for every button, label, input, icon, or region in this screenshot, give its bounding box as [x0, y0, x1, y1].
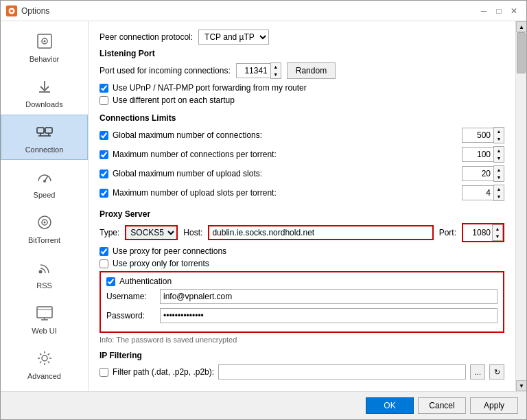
scroll-up-button[interactable]: ▲	[516, 21, 526, 32]
auth-checkbox[interactable]	[106, 277, 115, 286]
limit-checkbox-0[interactable]	[99, 131, 108, 140]
app-icon	[6, 5, 17, 16]
maximize-button[interactable]: □	[492, 4, 506, 18]
proxy-only-label: Use proxy only for torrents	[113, 259, 209, 268]
different-port-checkbox[interactable]	[99, 96, 108, 105]
limit-row-2: Global maximum number of upload slots: ▲…	[99, 165, 504, 182]
limit-input-3[interactable]	[462, 185, 493, 200]
proxy-port-input[interactable]	[463, 226, 492, 239]
upnp-row: Use UPnP / NAT-PMP port forwarding from …	[99, 83, 504, 93]
limit-spinbox-1: ▲ ▼	[462, 146, 504, 163]
scrollbar-thumb[interactable]	[517, 32, 526, 73]
rss-icon	[34, 257, 56, 279]
webui-icon	[34, 302, 56, 324]
proxy-port-spin-up[interactable]: ▲	[493, 225, 502, 233]
limit-spin-0: ▲ ▼	[493, 127, 504, 143]
random-button[interactable]: Random	[287, 62, 336, 79]
svg-rect-18	[37, 307, 52, 318]
limit-spin-up-0[interactable]: ▲	[494, 128, 504, 135]
proxy-port-container: ▲ ▼	[462, 223, 504, 242]
filter-path-row: Filter path (.dat, .p2p, .p2b): … ↻	[99, 364, 504, 380]
footer: OK Cancel Apply	[1, 391, 526, 419]
options-window: Options ─ □ ✕ Behavior Downloads	[0, 0, 527, 420]
use-proxy-row: Use proxy for peer connections	[99, 246, 504, 256]
limit-checkbox-2[interactable]	[99, 170, 108, 178]
ip-filtering-section: IP Filtering Filter path (.dat, .p2p, .p…	[99, 351, 504, 380]
filter-path-checkbox[interactable]	[99, 368, 108, 377]
sidebar-item-webui[interactable]: Web UI	[1, 296, 88, 341]
proxy-host-label: Host:	[183, 228, 202, 237]
ok-button[interactable]: OK	[366, 397, 414, 414]
sidebar-item-rss[interactable]: RSS	[1, 250, 88, 296]
limit-checkbox-1[interactable]	[99, 150, 108, 159]
proxy-server-section: Proxy Server Type: SOCKS5 Host: Port: ▲	[99, 209, 504, 344]
password-input[interactable]	[160, 308, 497, 323]
scroll-down-button[interactable]: ▼	[516, 380, 526, 391]
proxy-port-spin-down[interactable]: ▼	[493, 233, 502, 240]
limit-spin-up-2[interactable]: ▲	[494, 166, 504, 174]
sidebar-item-bittorrent[interactable]: BitTorrent	[1, 205, 88, 250]
port-spin-down[interactable]: ▼	[271, 71, 281, 78]
filter-browse-button[interactable]: …	[470, 364, 485, 380]
username-label: Username:	[106, 292, 154, 301]
auth-box: Authentication Username: Password:	[99, 271, 504, 333]
limit-input-2[interactable]	[462, 166, 493, 181]
sidebar-item-connection[interactable]: Connection	[1, 115, 88, 160]
proxy-type-select[interactable]: SOCKS5	[125, 225, 178, 240]
peer-protocol-row: Peer connection protocol: TCP and µTP	[99, 30, 504, 45]
sidebar-item-downloads[interactable]: Downloads	[1, 69, 88, 115]
upnp-label: Use UPnP / NAT-PMP port forwarding from …	[113, 83, 307, 93]
limit-spinbox-2: ▲ ▼	[462, 165, 504, 182]
limit-label-1: Maximum number of connections per torren…	[113, 150, 458, 159]
peer-protocol-select[interactable]: TCP and µTP	[198, 30, 269, 45]
port-input[interactable]: 11341	[236, 63, 270, 78]
use-proxy-checkbox[interactable]	[99, 247, 108, 256]
minimize-button[interactable]: ─	[477, 4, 491, 18]
sidebar-item-advanced[interactable]: Advanced	[1, 341, 88, 386]
filter-refresh-button[interactable]: ↻	[489, 364, 504, 380]
limit-spin-up-3[interactable]: ▲	[494, 185, 504, 193]
svg-point-17	[38, 270, 42, 274]
behavior-icon	[34, 30, 56, 52]
main-content: Behavior Downloads Connection Speed	[1, 21, 526, 391]
limit-spin-down-1[interactable]: ▼	[494, 154, 504, 162]
auth-label: Authentication	[119, 277, 172, 286]
apply-button[interactable]: Apply	[470, 397, 518, 414]
svg-point-4	[43, 40, 45, 43]
limit-row-0: Global maximum number of connections: ▲ …	[99, 127, 504, 143]
limit-spin-up-1[interactable]: ▲	[494, 147, 504, 154]
sidebar-label-advanced: Advanced	[27, 372, 61, 380]
different-port-label: Use different port on each startup	[113, 95, 235, 105]
username-input[interactable]	[160, 289, 497, 304]
filter-path-input[interactable]	[218, 364, 466, 380]
password-label: Password:	[106, 311, 154, 320]
proxy-config-row: Type: SOCKS5 Host: Port: ▲ ▼	[99, 223, 504, 242]
proxy-only-checkbox[interactable]	[99, 259, 108, 268]
peer-protocol-label: Peer connection protocol:	[99, 32, 193, 42]
sidebar-label-rss: RSS	[36, 281, 52, 290]
listening-port-label: Listening Port	[99, 49, 504, 58]
sidebar-item-speed[interactable]: Speed	[1, 160, 88, 205]
cancel-button[interactable]: Cancel	[418, 397, 466, 414]
svg-point-16	[43, 222, 45, 224]
close-button[interactable]: ✕	[507, 4, 521, 18]
password-info: Info: The password is saved unencrypted	[99, 336, 504, 344]
limit-label-3: Maximum number of upload slots per torre…	[113, 188, 458, 198]
limit-label-0: Global maximum number of connections:	[113, 130, 458, 140]
limit-input-0[interactable]	[462, 128, 493, 143]
limit-spin-down-0[interactable]: ▼	[494, 135, 504, 143]
limit-spinbox-3: ▲ ▼	[462, 185, 504, 201]
sidebar-label-behavior: Behavior	[30, 55, 59, 63]
limit-input-1[interactable]	[462, 147, 493, 162]
port-label: Port used for incoming connections:	[99, 66, 231, 75]
limit-spin-down-3[interactable]: ▼	[494, 193, 504, 200]
sidebar-item-behavior[interactable]: Behavior	[1, 24, 88, 69]
upnp-checkbox[interactable]	[99, 84, 108, 93]
limit-checkbox-3[interactable]	[99, 189, 108, 198]
port-spin-buttons: ▲ ▼	[270, 62, 281, 79]
window-title: Options	[21, 6, 49, 16]
port-spin-up[interactable]: ▲	[271, 63, 281, 71]
limit-spin-down-2[interactable]: ▼	[494, 174, 504, 181]
bittorrent-icon	[34, 211, 56, 233]
proxy-host-input[interactable]	[208, 225, 433, 240]
